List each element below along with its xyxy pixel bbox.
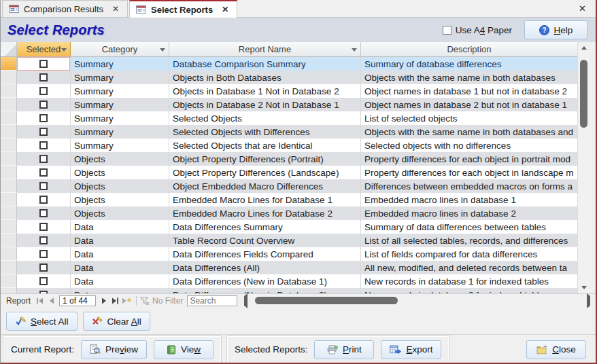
selected-checkbox-cell[interactable]	[17, 125, 71, 139]
report-name-cell[interactable]: Data Differences (New in Database 2)	[169, 288, 361, 293]
column-header-report-name[interactable]: Report Name	[169, 42, 361, 57]
next-record-button[interactable]	[98, 295, 109, 306]
selected-checkbox-cell[interactable]	[17, 220, 71, 234]
selected-checkbox-cell[interactable]	[17, 166, 71, 179]
category-cell[interactable]: Summary	[71, 139, 169, 152]
description-cell[interactable]: List of selected objects	[361, 111, 577, 125]
selected-checkbox-cell[interactable]	[17, 139, 71, 152]
horizontal-scrollbar[interactable]	[243, 295, 592, 306]
report-selected-checkbox[interactable]	[39, 101, 48, 109]
category-cell[interactable]: Objects	[71, 152, 169, 166]
first-record-button[interactable]	[34, 295, 46, 306]
report-selected-checkbox[interactable]	[39, 277, 48, 285]
close-button[interactable]: Close	[526, 340, 586, 359]
scroll-up-icon[interactable]	[578, 42, 590, 54]
description-cell[interactable]: Embedded macro lines in database 2	[361, 206, 577, 220]
tab-comparison-results[interactable]: Comparison Results ✕	[2, 0, 128, 17]
description-cell[interactable]: Property differences for each object in …	[361, 152, 577, 166]
report-name-cell[interactable]: Object Embedded Macro Differences	[169, 179, 361, 193]
category-cell[interactable]: Data	[71, 274, 169, 288]
category-cell[interactable]: Summary	[71, 84, 169, 98]
category-cell[interactable]: Summary	[71, 98, 169, 111]
row-selector[interactable]	[1, 247, 17, 261]
filter-dropdown-icon[interactable]	[61, 48, 67, 52]
no-filter-button[interactable]: No Filter	[140, 296, 183, 306]
category-cell[interactable]: Objects	[71, 166, 169, 179]
report-selected-checkbox[interactable]	[39, 182, 48, 190]
row-selector[interactable]	[1, 71, 17, 84]
selected-checkbox-cell[interactable]	[17, 111, 71, 125]
help-button[interactable]: ? Help	[524, 20, 587, 39]
report-name-cell[interactable]: Table Record Count Overview	[169, 234, 361, 247]
description-cell[interactable]: All new, modified, and deleted records b…	[361, 261, 577, 274]
selected-checkbox-cell[interactable]	[17, 57, 71, 71]
report-name-cell[interactable]: Embedded Macro Lines for Database 1	[169, 193, 361, 206]
description-cell[interactable]: Embedded macro lines in database 1	[361, 193, 577, 206]
report-name-cell[interactable]: Embedded Macro Lines for Database 2	[169, 206, 361, 220]
report-selected-checkbox[interactable]	[39, 114, 48, 122]
selected-checkbox-cell[interactable]	[17, 98, 71, 111]
row-selector[interactable]	[1, 179, 17, 193]
row-selector[interactable]	[1, 220, 17, 234]
vertical-scrollbar-thumb[interactable]	[580, 60, 587, 128]
selected-checkbox-cell[interactable]	[17, 247, 71, 261]
preview-button[interactable]: Preview	[81, 340, 147, 359]
report-selected-checkbox[interactable]	[39, 141, 48, 149]
category-cell[interactable]: Data	[71, 220, 169, 234]
row-selector[interactable]	[1, 84, 17, 98]
scroll-left-icon[interactable]	[244, 296, 248, 306]
category-cell[interactable]: Objects	[71, 206, 169, 220]
scroll-right-icon[interactable]	[587, 296, 590, 306]
category-cell[interactable]: Summary	[71, 125, 169, 139]
row-selector[interactable]	[1, 111, 17, 125]
report-selected-checkbox[interactable]	[39, 291, 48, 293]
last-record-button[interactable]	[109, 295, 121, 306]
row-selector[interactable]	[1, 166, 17, 179]
report-name-cell[interactable]: Data Differences (New in Database 1)	[169, 274, 361, 288]
report-selected-checkbox[interactable]	[39, 87, 48, 95]
category-cell[interactable]: Data	[71, 261, 169, 274]
column-header-selected[interactable]: Selected	[17, 42, 71, 57]
row-selector[interactable]	[1, 125, 17, 139]
report-selected-checkbox[interactable]	[39, 60, 48, 68]
description-cell[interactable]: List of fields compared for data differe…	[361, 247, 577, 261]
report-selected-checkbox[interactable]	[39, 128, 48, 136]
row-selector[interactable]	[1, 261, 17, 274]
category-cell[interactable]: Summary	[71, 71, 169, 84]
report-selected-checkbox[interactable]	[39, 196, 48, 204]
report-name-cell[interactable]: Selected Objects with Differences	[169, 125, 361, 139]
window-close-icon[interactable]: ✕	[576, 3, 589, 14]
filter-dropdown-icon[interactable]	[352, 48, 357, 52]
clear-all-button[interactable]: Clear All	[83, 312, 150, 331]
category-cell[interactable]: Objects	[71, 193, 169, 206]
new-record-button[interactable]	[121, 295, 133, 306]
report-name-cell[interactable]: Selected Objects that are Identical	[169, 139, 361, 152]
description-cell[interactable]: Object names in database 2 but not in da…	[361, 98, 577, 111]
report-selected-checkbox[interactable]	[39, 73, 48, 81]
description-cell[interactable]: New records in database 1 for indexed ta…	[361, 274, 577, 288]
selected-checkbox-cell[interactable]	[17, 261, 71, 274]
report-selected-checkbox[interactable]	[39, 155, 48, 163]
report-name-cell[interactable]: Object Property Differences (Landscape)	[169, 166, 361, 179]
description-cell[interactable]: Summary of database differences	[361, 57, 577, 71]
report-name-cell[interactable]: Object Property Differences (Portrait)	[169, 152, 361, 166]
report-selected-checkbox[interactable]	[39, 168, 48, 177]
row-selector[interactable]	[1, 193, 17, 206]
view-button[interactable]: View	[154, 340, 214, 359]
selected-checkbox-cell[interactable]	[17, 206, 71, 220]
filter-dropdown-icon[interactable]	[160, 48, 165, 52]
selected-checkbox-cell[interactable]	[17, 193, 71, 206]
description-cell[interactable]: Object names in database 1 but not in da…	[361, 84, 577, 98]
row-selector[interactable]	[1, 274, 17, 288]
selected-checkbox-cell[interactable]	[17, 152, 71, 166]
report-name-cell[interactable]: Data Differences (All)	[169, 261, 361, 274]
report-name-cell[interactable]: Objects in Database 2 Not in Database 1	[169, 98, 361, 111]
select-all-button[interactable]: Select All	[6, 312, 78, 331]
record-position-box[interactable]: 1 of 44	[59, 295, 96, 306]
category-cell[interactable]: Summary	[71, 57, 169, 71]
description-cell[interactable]: Selected objects with no differences	[361, 139, 577, 152]
selected-checkbox-cell[interactable]	[17, 274, 71, 288]
row-selector[interactable]	[1, 139, 17, 152]
description-cell[interactable]: Differences between embedded macros on f…	[361, 179, 577, 193]
description-cell[interactable]: Objects with the same name in both datab…	[361, 125, 577, 139]
